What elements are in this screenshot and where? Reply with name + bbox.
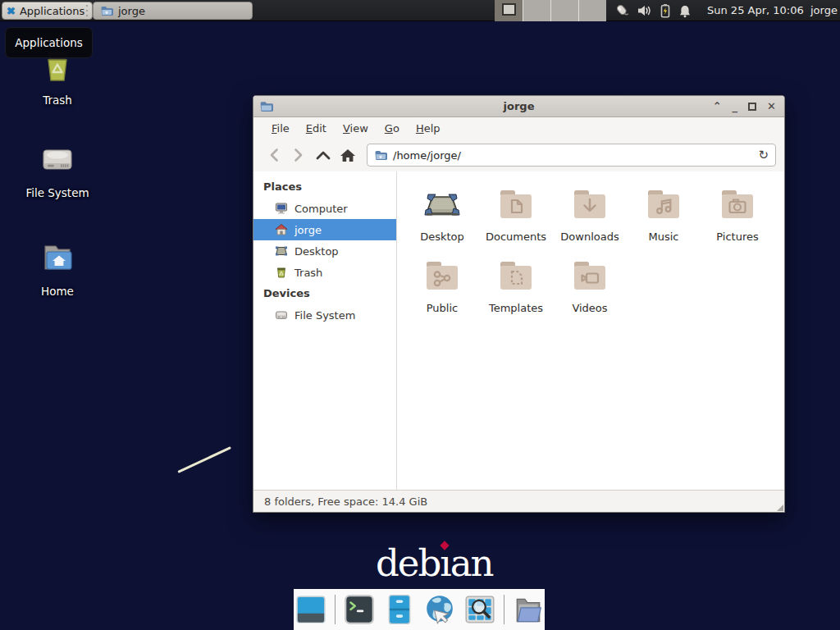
desktop-icon-home[interactable]: Home [18, 238, 97, 298]
mouse-icon[interactable] [614, 3, 630, 18]
file-item-videos[interactable]: Videos [553, 256, 627, 314]
show-desktop-button[interactable] [294, 593, 327, 626]
dock-separator [335, 595, 336, 624]
terminal-button[interactable] [343, 593, 376, 626]
panel-handle[interactable] [84, 5, 89, 16]
close-button[interactable]: ✕ [767, 101, 776, 112]
file-item-label: Pictures [716, 231, 758, 243]
file-item-label: Public [427, 302, 458, 314]
trash-icon [275, 266, 288, 279]
path-folder-icon [374, 148, 387, 162]
file-item-public[interactable]: Public [405, 256, 479, 314]
workspace-4[interactable] [578, 0, 606, 21]
menu-file[interactable]: File [263, 119, 298, 138]
home-icon [340, 148, 356, 163]
computer-icon [275, 202, 288, 215]
workspace-2[interactable] [523, 0, 550, 21]
location-bar[interactable]: /home/jorge/ ↻ [367, 144, 776, 167]
home-folder-icon [38, 238, 77, 277]
sidebar-item-computer[interactable]: Computer [253, 198, 396, 219]
desktop-icon-label: Home [18, 285, 97, 298]
up-chevron-icon [316, 150, 331, 160]
web-browser-button[interactable] [423, 593, 456, 626]
show-desktop-icon [294, 593, 327, 626]
folder-documents-icon [496, 185, 536, 224]
file-item-downloads[interactable]: Downloads [553, 185, 627, 243]
panel-session-user: jorge [810, 0, 838, 21]
sidebar-item-label: File System [294, 309, 355, 322]
battery-charging-icon[interactable] [660, 3, 671, 18]
system-tray [614, 0, 692, 21]
file-manager-folder-button[interactable] [512, 593, 545, 626]
user-home-icon [275, 223, 288, 236]
sidebar-item-desktop[interactable]: Desktop [253, 240, 396, 262]
file-item-pictures[interactable]: Pictures [701, 185, 774, 243]
applications-tooltip: Applications [5, 27, 93, 58]
terminal-icon [343, 593, 376, 626]
sidebar-item-label: Trash [294, 267, 322, 279]
forward-button[interactable] [286, 143, 311, 167]
workspace-3[interactable] [550, 0, 578, 21]
folder-downloads-icon [570, 185, 609, 224]
sidebar-item-trash[interactable]: Trash [253, 262, 396, 283]
sidebar-item-label: Computer [294, 203, 348, 215]
status-bar: 8 folders, Free space: 14.4 GiB [253, 490, 784, 512]
wallpaper-swoosh-line [177, 446, 231, 473]
minimize-button[interactable]: _ [733, 101, 738, 112]
desktop-icon-file-system[interactable]: File System [18, 139, 97, 199]
workspace-1-active[interactable] [495, 0, 523, 21]
drive-icon [275, 308, 288, 322]
menu-view[interactable]: View [335, 119, 377, 138]
desktop-icon [275, 244, 288, 258]
file-cabinet-button[interactable] [383, 593, 416, 626]
pager-window-icon [502, 3, 516, 16]
drive-icon [38, 139, 77, 179]
back-button[interactable] [262, 143, 286, 167]
shade-button[interactable]: ⌃ [713, 101, 722, 112]
folder-music-icon [644, 185, 683, 224]
folder-icon [100, 4, 113, 17]
window-titlebar[interactable]: jorge ⌃ _ ✕ [253, 96, 784, 117]
file-item-label: Documents [486, 231, 546, 243]
applications-menu-label: Applications [20, 5, 84, 17]
taskbar-window-button[interactable]: jorge [93, 2, 253, 20]
file-item-music[interactable]: Music [627, 185, 701, 243]
file-item-desktop[interactable]: Desktop [405, 185, 479, 243]
file-item-templates[interactable]: Templates [479, 256, 553, 314]
file-cabinet-icon [383, 593, 416, 626]
menu-go[interactable]: Go [377, 119, 408, 138]
places-sidebar: Places Computer jorge [253, 171, 397, 490]
folder-videos-icon [570, 256, 609, 295]
app-finder-button[interactable] [463, 593, 496, 626]
sidebar-item-file-system[interactable]: File System [253, 304, 396, 326]
applications-menu-button[interactable]: ✖ Applications [2, 2, 93, 20]
notifications-bell-icon[interactable] [678, 4, 692, 18]
panel-clock[interactable]: Sun 25 Apr, 10:06 [707, 0, 804, 21]
path-input[interactable]: /home/jorge/ [393, 149, 752, 162]
up-button[interactable] [311, 143, 336, 167]
top-panel: ✖ Applications jorge [0, 0, 840, 21]
file-item-label: Music [649, 231, 679, 243]
sidebar-item-label: Desktop [294, 245, 339, 258]
menu-help[interactable]: Help [408, 119, 449, 138]
file-item-label: Downloads [560, 231, 619, 243]
back-chevron-icon [269, 148, 279, 162]
window-title: jorge [253, 100, 784, 112]
resize-grip[interactable] [777, 504, 783, 511]
file-item-documents[interactable]: Documents [479, 185, 553, 243]
folder-icon [512, 593, 545, 626]
workspace-pager[interactable] [495, 0, 606, 21]
volume-icon[interactable] [637, 4, 652, 17]
folder-public-icon [422, 256, 462, 295]
maximize-button[interactable] [748, 103, 756, 111]
taskbar-window-label: jorge [118, 5, 145, 17]
menu-edit[interactable]: Edit [298, 119, 335, 138]
sidebar-item-label: jorge [294, 224, 322, 236]
sidebar-header-places: Places [253, 176, 396, 198]
status-text: 8 folders, Free space: 14.4 GiB [264, 495, 427, 508]
reload-icon[interactable]: ↻ [758, 148, 769, 162]
sidebar-item-jorge[interactable]: jorge [253, 219, 396, 240]
file-item-label: Videos [572, 302, 607, 314]
file-manager-window: jorge ⌃ _ ✕ File Edit View Go Help [253, 95, 785, 513]
home-button[interactable] [336, 143, 360, 167]
